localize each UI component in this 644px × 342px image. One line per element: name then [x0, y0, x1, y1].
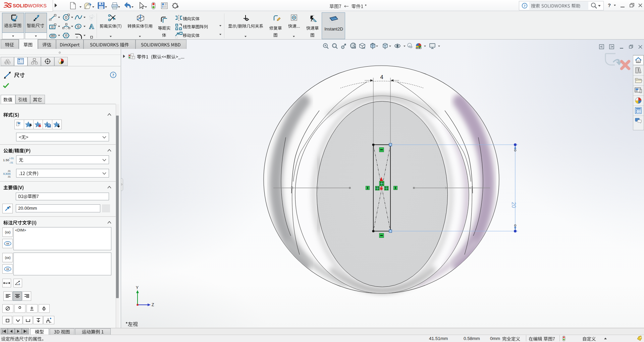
svg-text:-.01: -.01	[9, 161, 13, 164]
svg-text:xx: xx	[6, 242, 9, 245]
svg-text:(xx): (xx)	[5, 230, 11, 234]
svg-text:?: ?	[112, 73, 114, 77]
svg-text:x: x	[6, 282, 7, 285]
svg-text:x: x	[19, 282, 20, 285]
svg-text:(xx): (xx)	[5, 256, 11, 260]
svg-text:.01: .01	[7, 170, 11, 172]
svg-text:+.01: +.01	[9, 157, 14, 159]
svg-text:SOLIDWORKS: SOLIDWORKS	[13, 3, 47, 8]
svg-text:.01: .01	[7, 176, 11, 178]
svg-text:A: A	[89, 23, 94, 30]
svg-text:X.XXX: X.XXX	[3, 172, 11, 176]
svg-text:xx: xx	[6, 267, 9, 271]
svg-text:Z: Z	[152, 302, 154, 307]
svg-text:4: 4	[380, 74, 383, 80]
svg-text:S: S	[7, 2, 12, 9]
svg-text:A: A	[363, 46, 365, 50]
svg-text:1.50: 1.50	[3, 158, 9, 162]
svg-text:Y: Y	[136, 285, 139, 290]
svg-text:?: ?	[524, 4, 526, 8]
svg-text:20: 20	[511, 202, 517, 208]
